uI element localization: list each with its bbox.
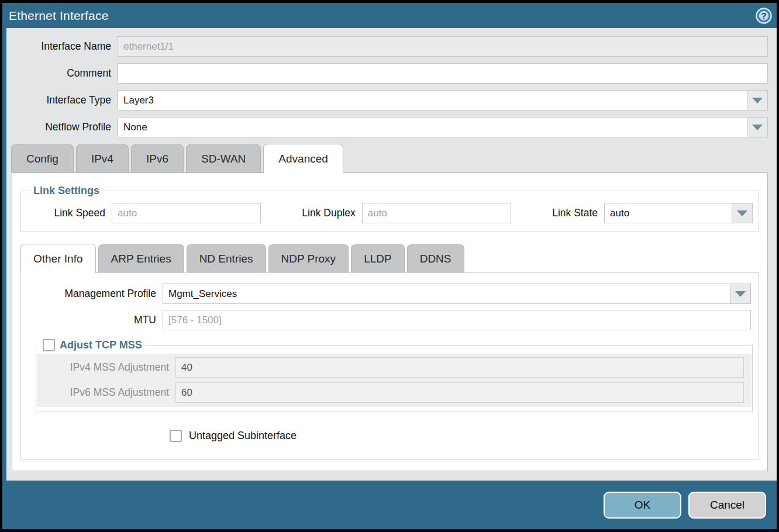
link-state-value[interactable] [604, 203, 732, 223]
ipv4-mss-row: IPv4 MSS Adjustment [37, 357, 744, 378]
mtu-input[interactable] [163, 310, 751, 330]
mtu-row: MTU [21, 310, 751, 330]
interface-type-value[interactable] [118, 90, 747, 110]
management-profile-dropdown-button[interactable] [730, 284, 751, 304]
interface-name-input [118, 36, 768, 57]
dialog-body: Interface Name Comment Interface Type Ne… [2, 28, 777, 481]
dialog-footer: OK Cancel [2, 481, 777, 529]
link-state-group: Link State [552, 203, 753, 223]
tab-nd-entries[interactable]: ND Entries [187, 244, 266, 272]
mtu-label: MTU [21, 314, 163, 326]
tab-ddns[interactable]: DDNS [407, 244, 464, 272]
tab-ndp-proxy[interactable]: NDP Proxy [268, 244, 349, 272]
link-state-select[interactable] [604, 203, 753, 223]
interface-name-row: Interface Name [6, 36, 768, 57]
ipv6-mss-label: IPv6 MSS Adjustment [37, 386, 175, 399]
link-duplex-input[interactable] [362, 203, 511, 223]
chevron-down-icon [752, 98, 763, 103]
dialog-title: Ethernet Interface [9, 9, 109, 23]
svg-text:?: ? [761, 11, 766, 20]
link-settings-fieldset: Link Settings Link Speed Link Duplex Lin… [20, 185, 759, 232]
netflow-profile-label: Netflow Profile [6, 121, 118, 133]
tab-config[interactable]: Config [11, 144, 74, 172]
tab-ipv4[interactable]: IPv4 [76, 144, 129, 172]
ok-button[interactable]: OK [604, 492, 681, 519]
netflow-profile-value[interactable] [118, 117, 747, 137]
dialog-titlebar: Ethernet Interface ? [2, 3, 777, 28]
tab-ipv6[interactable]: IPv6 [131, 144, 184, 172]
management-profile-select[interactable] [163, 284, 751, 304]
netflow-profile-select[interactable] [118, 117, 768, 137]
comment-row: Comment [6, 63, 768, 84]
link-settings-row: Link Speed Link Duplex Link State [27, 203, 753, 223]
link-state-label: Link State [552, 207, 604, 219]
other-info-panel: Management Profile MTU Adjust TCP MSS [20, 272, 759, 460]
comment-label: Comment [6, 67, 118, 80]
ipv4-mss-label: IPv4 MSS Adjustment [37, 361, 175, 374]
link-speed-group: Link Speed [27, 203, 261, 223]
interface-type-label: Interface Type [6, 94, 118, 106]
tab-other-info[interactable]: Other Info [20, 244, 96, 273]
management-profile-row: Management Profile [21, 284, 751, 304]
adjust-tcp-mss-checkbox[interactable] [43, 339, 55, 351]
interface-type-dropdown-button[interactable] [747, 90, 768, 110]
top-form: Interface Name Comment Interface Type Ne… [6, 28, 777, 137]
cancel-button[interactable]: Cancel [688, 492, 766, 519]
untagged-subinterface-checkbox[interactable] [170, 430, 182, 442]
link-state-dropdown-button[interactable] [732, 203, 753, 223]
main-tab-strip: Config IPv4 IPv6 SD-WAN Advanced [11, 144, 768, 172]
link-settings-legend: Link Settings [30, 185, 102, 197]
interface-type-row: Interface Type [6, 90, 768, 110]
tab-lldp[interactable]: LLDP [351, 244, 405, 272]
comment-input[interactable] [118, 63, 768, 84]
help-icon[interactable]: ? [756, 8, 772, 24]
management-profile-label: Management Profile [21, 288, 163, 300]
chevron-down-icon [735, 291, 746, 297]
link-duplex-label: Link Duplex [302, 207, 361, 219]
adjust-tcp-mss-fieldset: Adjust TCP MSS IPv4 MSS Adjustment IPv6 … [36, 339, 753, 412]
interface-type-select[interactable] [118, 90, 768, 110]
mss-disabled-area: IPv4 MSS Adjustment IPv6 MSS Adjustment [37, 354, 752, 407]
ipv6-mss-input [175, 382, 744, 403]
link-speed-label: Link Speed [27, 207, 112, 219]
interface-name-label: Interface Name [6, 40, 118, 53]
netflow-profile-row: Netflow Profile [6, 117, 768, 137]
chevron-down-icon [737, 210, 747, 216]
tab-advanced[interactable]: Advanced [263, 144, 343, 173]
chevron-down-icon [752, 125, 763, 130]
info-tab-strip: Other Info ARP Entries ND Entries NDP Pr… [20, 244, 759, 272]
advanced-tab-panel: Link Settings Link Speed Link Duplex Lin… [12, 172, 768, 471]
ipv6-mss-row: IPv6 MSS Adjustment [37, 382, 744, 403]
adjust-tcp-mss-legend: Adjust TCP MSS [36, 339, 145, 351]
tab-sd-wan[interactable]: SD-WAN [186, 144, 261, 172]
netflow-profile-dropdown-button[interactable] [747, 117, 768, 137]
ipv4-mss-input [175, 357, 744, 378]
link-duplex-group: Link Duplex [302, 203, 511, 223]
adjust-tcp-mss-label: Adjust TCP MSS [60, 339, 142, 351]
tab-arp-entries[interactable]: ARP Entries [98, 244, 184, 272]
untagged-subinterface-label: Untagged Subinterface [189, 430, 297, 442]
untagged-subinterface-row: Untagged Subinterface [170, 430, 759, 442]
link-speed-input[interactable] [112, 203, 261, 223]
management-profile-value[interactable] [163, 284, 730, 304]
